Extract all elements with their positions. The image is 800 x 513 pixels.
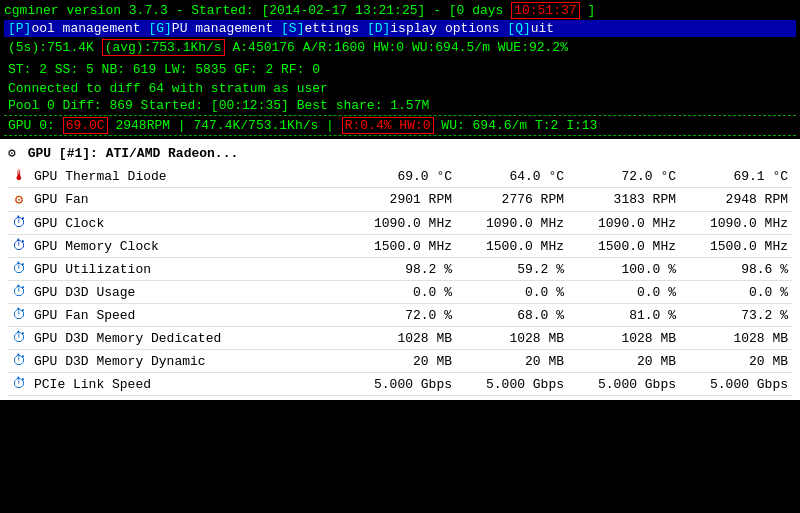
dash2: - xyxy=(433,3,449,18)
gpu-key[interactable]: [G] xyxy=(148,21,171,36)
stat-row-label: GPU Utilization xyxy=(30,258,344,281)
stat-row-icon: ⏱ xyxy=(8,373,30,396)
stat-row-icon: ⏱ xyxy=(8,258,30,281)
stat-row-value: 20 MB xyxy=(568,350,680,373)
table-row: ⏱GPU Fan Speed72.0 %68.0 %81.0 %73.2 % xyxy=(8,304,792,327)
gpu-speed: 2948RPM | 747.4K/753.1Kh/s xyxy=(115,118,318,133)
stat-row-value: 1500.0 MHz xyxy=(456,235,568,258)
stat-table: 🌡GPU Thermal Diode69.0 °C64.0 °C72.0 °C6… xyxy=(8,165,792,396)
stat-row-value: 1090.0 MHz xyxy=(344,212,456,235)
time-display: 10:51:37 xyxy=(511,2,579,19)
menu-bar: [P]ool management [G]PU management [S]et… xyxy=(4,20,796,37)
connected-label: Connected to xyxy=(8,81,102,96)
stat-row-value: 0.0 % xyxy=(456,281,568,304)
stat-row-value: 5.000 Gbps xyxy=(344,373,456,396)
stat-row-value: 73.2 % xyxy=(680,304,792,327)
pool-info: Connected to diff 64 with stratum as use… xyxy=(4,80,796,97)
started-time: [2014-02-17 13:21:25] xyxy=(261,3,425,18)
stat-row-value: 59.2 % xyxy=(456,258,568,281)
stat-row-value: 1500.0 MHz xyxy=(680,235,792,258)
table-row: ⏱GPU D3D Memory Dynamic20 MB20 MB20 MB20… xyxy=(8,350,792,373)
stat-row-icon: ⏱ xyxy=(8,212,30,235)
stat-row-value: 1028 MB xyxy=(344,327,456,350)
table-row: 🌡GPU Thermal Diode69.0 °C64.0 °C72.0 °C6… xyxy=(8,165,792,188)
dash1: - xyxy=(176,3,192,18)
table-row: ⏱PCIe Link Speed5.000 Gbps5.000 Gbps5.00… xyxy=(8,373,792,396)
settings-key[interactable]: [S] xyxy=(281,21,304,36)
stat-row-value: 20 MB xyxy=(680,350,792,373)
stat-row-value: 20 MB xyxy=(456,350,568,373)
gpu-bar: GPU 0: 69.0C 2948RPM | 747.4K/753.1Kh/s … xyxy=(4,115,796,136)
stat-row-label: GPU D3D Memory Dedicated xyxy=(30,327,344,350)
stat-row-icon: ⏱ xyxy=(8,350,30,373)
stats-bar-2: ST: 2 SS: 5 NB: 619 LW: 5835 GF: 2 RF: 0 xyxy=(4,59,796,81)
stat-row-label: GPU Fan Speed xyxy=(30,304,344,327)
stat-row-label: PCIe Link Speed xyxy=(30,373,344,396)
gpu-temp: 69.0C xyxy=(63,117,108,134)
stat-row-value: 1500.0 MHz xyxy=(344,235,456,258)
stat-row-value: 2901 RPM xyxy=(344,188,456,212)
version-text: cgminer version 3.7.3 xyxy=(4,3,168,18)
speed-5s: (5s):751.4K xyxy=(8,40,94,55)
stat-row-icon: ⏱ xyxy=(8,235,30,258)
stat-row-value: 0.0 % xyxy=(568,281,680,304)
stat-row-label: GPU Clock xyxy=(30,212,344,235)
gpu-header: ⚙ GPU [#1]: ATI/AMD Radeon... xyxy=(8,143,792,163)
stat-row-value: 1090.0 MHz xyxy=(568,212,680,235)
stat-row-value: 20 MB xyxy=(344,350,456,373)
close-bracket: ] xyxy=(587,3,595,18)
started-label: Started: xyxy=(191,3,253,18)
stat-row-icon: ⚙ xyxy=(8,188,30,212)
stat-row-value: 98.6 % xyxy=(680,258,792,281)
stat-row-value: 1090.0 MHz xyxy=(680,212,792,235)
pool-middle: diff 64 with stratum as user xyxy=(109,81,327,96)
stat-row-value: 1500.0 MHz xyxy=(568,235,680,258)
days-label: [0 days xyxy=(449,3,504,18)
table-row: ⚙GPU Fan2901 RPM2776 RPM3183 RPM2948 RPM xyxy=(8,188,792,212)
stats-line2: ST: 2 SS: 5 NB: 619 LW: 5835 GF: 2 RF: 0 xyxy=(8,62,320,77)
quit-key[interactable]: [Q] xyxy=(507,21,530,36)
gpu-bar-prefix: GPU 0: xyxy=(8,118,55,133)
stat-row-value: 5.000 Gbps xyxy=(680,373,792,396)
stat-row-label: GPU Thermal Diode xyxy=(30,165,344,188)
stat-row-value: 68.0 % xyxy=(456,304,568,327)
stat-row-icon: ⏱ xyxy=(8,327,30,350)
terminal-section: cgminer version 3.7.3 - Started: [2014-0… xyxy=(0,0,800,139)
stat-row-icon: ⏱ xyxy=(8,304,30,327)
stat-row-value: 1028 MB xyxy=(456,327,568,350)
gpu-hw-box: R:0.4% HW:0 xyxy=(342,117,434,134)
stat-row-icon: ⏱ xyxy=(8,281,30,304)
stat-row-value: 0.0 % xyxy=(344,281,456,304)
stat-row-value: 98.2 % xyxy=(344,258,456,281)
stat-row-value: 69.1 °C xyxy=(680,165,792,188)
stat-row-label: GPU D3D Memory Dynamic xyxy=(30,350,344,373)
stat-row-value: 1028 MB xyxy=(568,327,680,350)
avg-box: (avg):753.1Kh/s xyxy=(102,39,225,56)
stats-bar-1: (5s):751.4K (avg):753.1Kh/s A:450176 A/R… xyxy=(4,37,796,59)
stat-row-icon: 🌡 xyxy=(8,165,30,188)
stats-suffix: A:450176 A/R:1600 HW:0 WU:694.5/m WUE:92… xyxy=(232,40,567,55)
stat-row-label: GPU D3D Usage xyxy=(30,281,344,304)
gpu-icon: ⚙ xyxy=(8,146,16,161)
stat-row-value: 2776 RPM xyxy=(456,188,568,212)
display-key[interactable]: [D] xyxy=(367,21,390,36)
pool-details: Pool 0 Diff: 869 Started: [00:12:35] Bes… xyxy=(8,98,429,113)
spacer: | xyxy=(326,118,342,133)
stat-row-value: 5.000 Gbps xyxy=(456,373,568,396)
table-row: ⏱GPU D3D Memory Dedicated1028 MB1028 MB1… xyxy=(8,327,792,350)
stat-row-value: 69.0 °C xyxy=(344,165,456,188)
pool-key[interactable]: [P] xyxy=(8,21,31,36)
stat-row-value: 2948 RPM xyxy=(680,188,792,212)
stat-row-value: 1028 MB xyxy=(680,327,792,350)
table-row: ⏱GPU D3D Usage0.0 %0.0 %0.0 %0.0 % xyxy=(8,281,792,304)
table-row: ⏱GPU Memory Clock1500.0 MHz1500.0 MHz150… xyxy=(8,235,792,258)
stat-row-value: 100.0 % xyxy=(568,258,680,281)
stat-row-value: 5.000 Gbps xyxy=(568,373,680,396)
title-bar: cgminer version 3.7.3 - Started: [2014-0… xyxy=(4,2,796,20)
table-row: ⏱GPU Utilization98.2 %59.2 %100.0 %98.6 … xyxy=(8,258,792,281)
stat-row-value: 72.0 % xyxy=(344,304,456,327)
pool-row: Pool 0 Diff: 869 Started: [00:12:35] Bes… xyxy=(4,97,796,114)
stat-row-value: 0.0 % xyxy=(680,281,792,304)
stat-row-value: 72.0 °C xyxy=(568,165,680,188)
stat-row-label: GPU Memory Clock xyxy=(30,235,344,258)
